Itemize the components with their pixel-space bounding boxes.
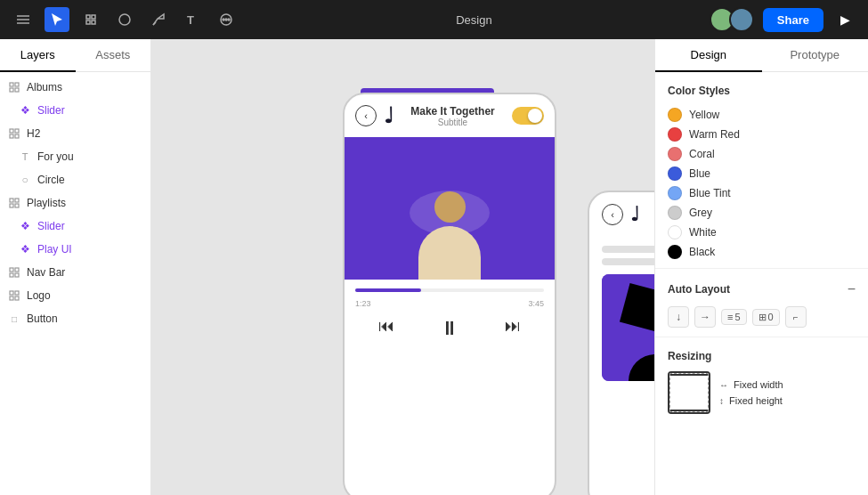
phone2-back-button[interactable]: ‹ [602,204,623,225]
circle-icon: ○ [18,173,32,187]
tab-layers[interactable]: Layers [0,39,76,72]
color-item-grey[interactable]: Grey [668,206,856,220]
svg-rect-22 [10,199,13,202]
layer-item-slider2[interactable]: ❖ Slider [0,215,150,238]
menu-icon[interactable] [11,7,36,32]
layer-item-button[interactable]: □ Button [0,307,150,330]
auto-layout-header: Auto Layout − [668,281,856,297]
color-item-warmred[interactable]: Warm Red [668,127,856,142]
layer-label-h2: H2 [27,127,40,140]
corner-icon[interactable]: ⌐ [785,306,807,328]
shape-tool-icon[interactable] [112,7,137,32]
text-tool-icon[interactable]: T [180,7,205,32]
layer-item-albums[interactable]: Albums [0,76,150,99]
layer-item-navbar[interactable]: Nav Bar [0,261,150,284]
label-warmred: Warm Red [689,128,740,141]
comment-tool-icon[interactable] [214,7,239,32]
fixed-width-option[interactable]: ↔ Fixed width [719,379,783,390]
phone1-header: ‹ ♩ Make It Together Subtitle [345,94,555,137]
color-styles-title: Color Styles [668,85,856,97]
fixed-height-icon: ↕ [719,396,724,406]
layer-item-foryou[interactable]: T For you [0,145,150,168]
padding-count[interactable]: ⊞ 0 [752,309,780,326]
auto-layout-minus-icon[interactable]: − [848,281,856,297]
next-icon[interactable]: ⏭ [505,317,521,340]
phone1-toggle[interactable] [512,107,544,125]
layer-item-playui[interactable]: ❖ Play UI [0,238,150,261]
color-item-black[interactable]: Black [668,245,856,259]
layer-item-circle[interactable]: ○ Circle [0,168,150,191]
grid-icon-4 [7,265,21,280]
direction-down-icon[interactable]: ↓ [668,306,689,328]
svg-rect-6 [86,20,90,24]
main-layout: Layers Assets Albums ❖ Slider [0,39,868,495]
frame-tool-icon[interactable] [78,7,103,32]
swatch-yellow [668,108,682,122]
resize-bottom-edge [670,410,708,411]
prev-icon[interactable]: ⏮ [378,317,394,340]
tab-prototype[interactable]: Prototype [762,39,869,71]
resize-options: ↔ Fixed width ↕ Fixed height [719,379,783,406]
phone2-music-note: ♩ [630,203,639,226]
color-item-bluetint[interactable]: Blue Tint [668,186,856,200]
svg-point-12 [225,19,227,20]
swatch-coral [668,147,682,161]
svg-rect-29 [15,273,19,277]
phone-mockup-1: ‹ ♩ Make It Together Subtitle [343,93,556,495]
svg-rect-4 [86,15,90,19]
layer-item-playlists[interactable]: Playlists [0,191,150,215]
component-icon-2: ❖ [18,219,32,233]
resizing-controls: ↔ Fixed width ↕ Fixed height [668,371,856,414]
svg-rect-28 [10,273,13,277]
layer-item-h2[interactable]: H2 [0,122,150,145]
fixed-height-option[interactable]: ↕ Fixed height [719,395,783,406]
frame-icon: □ [7,312,21,326]
component-icon-3: ❖ [18,242,32,256]
label-black: Black [689,246,715,258]
spacing-value: 5 [734,312,740,322]
grid-icon [7,80,21,94]
select-tool-icon[interactable] [45,7,69,32]
play-button[interactable]: ▶ [832,7,857,32]
color-item-blue[interactable]: Blue [668,166,856,181]
share-button[interactable]: Share [763,8,823,32]
resize-top-edge [670,374,708,376]
tab-assets[interactable]: Assets [76,39,151,71]
layer-item-slider1[interactable]: ❖ Slider [0,99,150,122]
fixed-width-icon: ↔ [719,380,728,390]
left-panel: Layers Assets Albums ❖ Slider [0,39,151,495]
color-item-coral[interactable]: Coral [668,147,856,161]
phone1-back-button[interactable]: ‹ [355,105,377,126]
auto-layout-title: Auto Layout [668,283,730,296]
label-blue: Blue [689,167,710,180]
phone1-subtitle: Subtitle [401,118,505,127]
label-coral: Coral [689,148,715,160]
svg-rect-30 [10,291,13,295]
layer-label-slider2: Slider [37,220,65,232]
phone1-controls: 1:23 3:45 ⏮ ⏸ ⏭ [345,280,555,349]
color-item-white[interactable]: White [668,225,856,239]
svg-rect-20 [10,134,13,138]
phone2-header: ‹ ♩ [589,192,654,237]
toolbar-left: T [11,7,239,32]
label-grey: Grey [689,207,712,219]
page-title: Design [456,13,491,27]
tab-design[interactable]: Design [655,39,762,72]
pen-tool-icon[interactable] [146,7,171,32]
spacing-count[interactable]: ≡ 5 [721,309,747,325]
svg-rect-33 [15,296,19,300]
svg-rect-19 [15,129,19,133]
color-item-yellow[interactable]: Yellow [668,108,856,122]
swatch-black [668,245,682,259]
direction-right-icon[interactable]: → [694,306,716,328]
svg-rect-18 [10,129,13,133]
person-figure [418,191,481,280]
pause-icon[interactable]: ⏸ [440,317,459,340]
svg-rect-7 [92,20,95,24]
phone-mockup-2: ‹ ♩ [588,191,654,495]
right-panel-tabs: Design Prototype [655,39,868,72]
layer-item-logo[interactable]: Logo [0,284,150,307]
canvas[interactable]: ‹ ♩ Make It Together Subtitle [151,39,654,495]
fixed-height-label: Fixed height [729,395,783,406]
label-yellow: Yellow [689,109,719,121]
